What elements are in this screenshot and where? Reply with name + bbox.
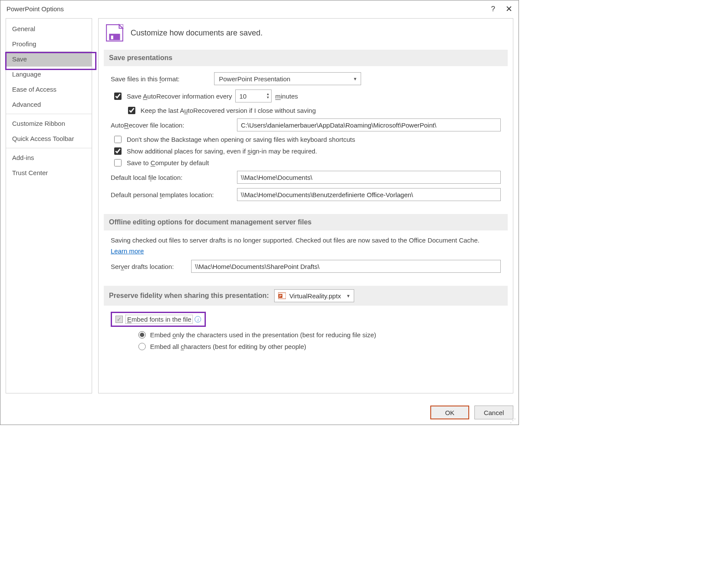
presentation-file-dropdown[interactable]: P VirtualReality.pptx ▼: [274, 289, 355, 302]
default-templates-location-input[interactable]: [237, 188, 501, 201]
ok-button[interactable]: OK: [430, 406, 469, 419]
default-local-location-label: Default local file location:: [111, 174, 233, 181]
server-drafts-input[interactable]: [191, 260, 501, 273]
help-icon[interactable]: ?: [491, 5, 495, 13]
autorecover-minutes-input[interactable]: 10 ▲▼: [235, 89, 272, 102]
content-pane: Customize how documents are saved. Save …: [98, 18, 513, 393]
highlight-embed-fonts: ✓ Embed fonts in the file i: [111, 312, 206, 327]
default-templates-location-label: Default personal templates location:: [111, 191, 233, 198]
autorecover-checkbox[interactable]: [114, 93, 122, 100]
offline-paragraph: Saving checked out files to server draft…: [111, 236, 501, 244]
show-additional-places-label: Show additional places for saving, even …: [127, 147, 317, 155]
embed-all-characters-radio[interactable]: [138, 343, 146, 350]
sidebar-item-save[interactable]: Save: [6, 51, 92, 67]
svg-text:P: P: [279, 294, 282, 298]
sidebar-item-proofing[interactable]: Proofing: [6, 36, 92, 51]
server-drafts-label: Server drafts location:: [111, 263, 187, 270]
section-save-presentations: Save presentations: [104, 50, 508, 66]
show-additional-places-checkbox[interactable]: [114, 147, 122, 155]
sidebar: General Proofing Save Language Ease of A…: [6, 18, 92, 393]
autorecover-location-input[interactable]: [237, 118, 501, 131]
default-local-location-input[interactable]: [237, 171, 501, 184]
file-format-dropdown[interactable]: PowerPoint Presentation ▼: [214, 72, 361, 85]
file-format-value: PowerPoint Presentation: [219, 75, 290, 83]
sidebar-item-trust-center[interactable]: Trust Center: [6, 165, 92, 180]
info-icon[interactable]: i: [195, 316, 201, 323]
close-icon[interactable]: ✕: [506, 4, 512, 14]
sidebar-item-language[interactable]: Language: [6, 67, 92, 82]
chevron-down-icon: ▼: [346, 294, 350, 298]
save-to-computer-checkbox[interactable]: [114, 159, 122, 166]
dialog-footer: OK Cancel: [0, 399, 519, 425]
autorecover-label: Save AutoRecover information every: [127, 93, 232, 100]
learn-more-link[interactable]: Learn more: [111, 247, 144, 255]
options-dialog: PowerPoint Options ? ✕ General Proofing …: [0, 0, 519, 425]
embed-all-characters-label: Embed all characters (best for editing b…: [150, 343, 306, 350]
format-label: Save files in this format:: [111, 75, 179, 83]
sidebar-item-general[interactable]: General: [6, 21, 92, 36]
page-header: Customize how documents are saved.: [131, 29, 262, 38]
minutes-label: minutes: [275, 93, 298, 100]
embed-only-used-label: Embed only the characters used in the pr…: [150, 331, 376, 339]
svg-rect-3: [109, 34, 120, 40]
dont-show-backstage-checkbox[interactable]: [114, 136, 122, 143]
chevron-down-icon: ▼: [353, 77, 357, 81]
powerpoint-file-icon: P: [278, 292, 286, 300]
keep-last-autorecovered-checkbox[interactable]: [128, 107, 135, 114]
sidebar-item-ease-of-access[interactable]: Ease of Access: [6, 82, 92, 97]
embed-only-used-radio[interactable]: [138, 331, 146, 339]
keep-last-label: Keep the last AutoRecovered version if I…: [141, 107, 316, 114]
section-preserve-fidelity: Preserve fidelity when sharing this pres…: [104, 286, 508, 306]
spinner-icon[interactable]: ▲▼: [266, 93, 270, 99]
embed-fonts-label: Embed fonts in the file: [126, 316, 192, 323]
resize-grip-icon[interactable]: ⋰: [510, 419, 517, 423]
section-offline-editing: Offline editing options for document man…: [104, 214, 508, 230]
sidebar-item-qat[interactable]: Quick Access Toolbar: [6, 131, 92, 146]
sidebar-item-addins[interactable]: Add-ins: [6, 150, 92, 165]
sidebar-item-customize-ribbon[interactable]: Customize Ribbon: [6, 116, 92, 131]
title-bar: PowerPoint Options ? ✕: [0, 0, 519, 18]
embed-fonts-checkbox[interactable]: ✓: [115, 316, 123, 323]
save-disk-icon: [106, 24, 124, 42]
autorecover-location-label: AutoRecover file location:: [111, 121, 233, 129]
dialog-title: PowerPoint Options: [6, 5, 64, 13]
svg-rect-4: [111, 35, 113, 39]
dont-show-backstage-label: Don't show the Backstage when opening or…: [127, 136, 355, 143]
save-to-computer-label: Save to Computer by default: [127, 159, 209, 166]
cancel-button[interactable]: Cancel: [474, 406, 513, 419]
sidebar-item-advanced[interactable]: Advanced: [6, 97, 92, 112]
